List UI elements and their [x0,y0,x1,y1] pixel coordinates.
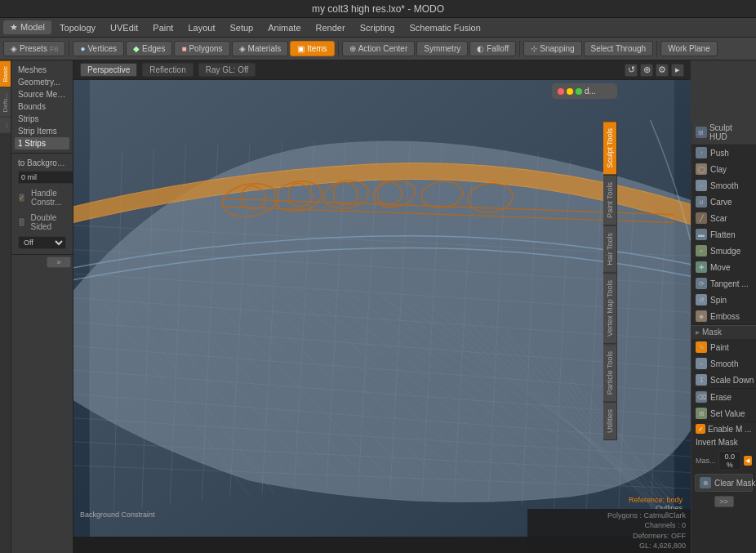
sculpt-btn-carve[interactable]: ∪ Carve [692,194,756,210]
toolbar-action-center[interactable]: ⊕ Action Center [342,41,416,56]
sidebar-source-meshes[interactable]: Source Meshes [15,88,69,100]
toolbar-work-plane[interactable]: Work Plane [660,41,718,56]
mask-smooth-icon: ~ [696,358,707,369]
toolbar-edges[interactable]: ◆ Edges [126,41,172,56]
sculpt-btn-move[interactable]: ✚ Move [692,259,756,275]
hud-dot-red[interactable] [558,88,564,95]
push-icon: ↑ [696,147,707,158]
menu-setup[interactable]: Setup [223,21,260,34]
viewport-expand-btn[interactable]: ▸ [671,64,684,77]
window-title: my colt3 high res.lxo* - MODO [312,3,444,15]
sculpt-btn-flatten[interactable]: ▬ Flatten [692,226,756,243]
toolbar-symmetry[interactable]: Symmetry [416,41,468,56]
mas-value: 0.0 % [718,451,741,470]
sculpt-hud-icon: ⊞ [696,127,707,138]
menu-layout[interactable]: Layout [181,21,221,34]
sidebar-strip-items[interactable]: Strip Items [15,125,69,137]
mask-scale-icon: ↧ [696,374,707,386]
sidebar-expand-btn[interactable]: » [47,256,71,268]
sculpt-btn-spin[interactable]: ↺ Spin [692,292,756,308]
left-vtab-defo[interactable]: Defo... [0,87,11,118]
viewport-tab-reflection[interactable]: Reflection [142,63,193,77]
tangent-icon: ⟳ [696,278,707,289]
enable-mask-checkbox[interactable]: ✓ [696,424,705,434]
mas-label: Mas... [696,457,716,465]
viewport-zoom-btn[interactable]: ⊕ [640,64,653,77]
menu-animate[interactable]: Animate [261,21,307,34]
sculpt-btn-smooth[interactable]: ~ Smooth [692,177,756,194]
menu-schematic[interactable]: Schematic Fusion [402,21,487,34]
expand-more-btn[interactable]: >> [714,496,734,507]
toolbar-vertices[interactable]: ● Vertices [73,41,124,56]
sidebar-geometry[interactable]: Geometry... [15,76,69,88]
erase-tools-section: ⌫ Erase ⊞ Set Value [692,389,756,422]
mask-btn-smooth[interactable]: ~ Smooth [692,355,756,372]
hud-dot-yellow[interactable] [567,88,573,95]
menu-topology[interactable]: Topology [53,21,102,34]
right-vtab-particle[interactable]: Particle Tools [603,344,617,402]
sidebar-meshes[interactable]: Meshes [15,64,69,76]
viewport-settings-btn[interactable]: ⚙ [656,64,669,77]
expand-section: >> [692,493,756,510]
right-vtab-hair[interactable]: Hair Tools [603,225,617,273]
right-vtab-paint[interactable]: Paint Tools [603,175,617,225]
sculpt-btn-push[interactable]: ↑ Push [692,145,756,161]
right-vtab-sculpt[interactable]: Sculpt Tools [603,121,617,175]
sidebar-dropdown[interactable]: Off [18,236,66,249]
invert-mask-btn[interactable]: Invert Mask [692,435,756,449]
clear-mask-btn[interactable]: ⊗ Clear Mask [695,474,753,492]
sculpt-btn-tangent[interactable]: ⟳ Tangent ... [692,275,756,292]
viewport-tab-raygl[interactable]: Ray GL: Off [198,63,256,77]
sidebar-bounds[interactable]: Bounds [15,100,69,113]
menu-scripting[interactable]: Scripting [354,21,402,34]
mas-slider-btn[interactable]: ◀ [744,456,752,466]
toolbar-polygons[interactable]: ■ Polygons [174,41,229,56]
viewport-rotate-btn[interactable]: ↺ [625,64,638,77]
sidebar-dropdown-row: Off [15,234,69,251]
menu-bar: ★ Model Topology UVEdit Paint Layout Set… [0,18,756,38]
menu-uvedit[interactable]: UVEdit [104,21,145,34]
sculpt-btn-scar[interactable]: ╱ Scar [692,210,756,226]
sep-1 [69,41,69,57]
menu-render[interactable]: Render [309,21,352,34]
sidebar-to-background[interactable]: to Background [15,157,69,169]
carve-icon: ∪ [696,196,707,207]
viewport-tab-perspective[interactable]: Perspective [80,63,137,77]
sidebar-double-sided-checkbox[interactable] [18,217,25,227]
sculpt-btn-clay[interactable]: ◯ Clay [692,161,756,177]
toolbar-snapping[interactable]: ⊹ Snapping [523,41,581,56]
sidebar-strips-item[interactable]: Strips [15,113,69,125]
left-vtab-basic[interactable]: Basic [0,60,11,87]
toolbar-materials[interactable]: ◈ Materials [232,41,289,56]
viewport-canvas[interactable]: Background Constraint [73,80,691,537]
left-vtab-container: Basic Defo... ... [0,60,11,553]
items-icon: ▣ [297,44,305,53]
sep-4 [656,41,657,57]
hud-dot-green[interactable] [576,88,582,95]
left-vtab-extra[interactable]: ... [0,117,11,133]
toolbar: ◈ Presets F6 ● Vertices ◆ Edges ■ Polygo… [0,38,756,60]
toolbar-items[interactable]: ▣ Items [290,41,334,56]
sculpt-hud: d... [552,83,617,99]
menu-paint[interactable]: Paint [146,21,180,34]
sidebar-double-sided-row: Double Sided [15,210,69,234]
mask-btn-erase[interactable]: ⌫ Erase [692,389,756,405]
sculpt-btn-emboss[interactable]: ◈ Emboss [692,308,756,324]
sidebar-mil-input[interactable] [18,171,73,184]
sidebar-all-strips[interactable]: 1 Strips [15,137,69,149]
mask-btn-set-value[interactable]: ⊞ Set Value [692,405,756,421]
sidebar-handle-checkbox[interactable]: ✓ [18,193,25,203]
mask-btn-paint[interactable]: ✎ Paint [692,339,756,355]
sculpt-hud-btn[interactable]: ⊞ Sculpt HUD [692,121,756,145]
sep-3 [519,41,520,57]
menu-model[interactable]: ★ Model [3,20,51,34]
toolbar-falloff[interactable]: ◐ Falloff [469,41,516,56]
right-vtab-vertex-map[interactable]: Vertex Map Tools [603,273,617,344]
right-vtab-utilities[interactable]: Utilities [603,402,617,440]
mask-btn-scale-down[interactable]: ↧ Scale Down [692,372,756,388]
viewport: Perspective Reflection Ray GL: Off ↺ ⊕ ⚙… [73,60,691,553]
toolbar-presets[interactable]: ◈ Presets F6 [3,41,65,56]
sidebar-value-row: ▾ [15,169,69,185]
sculpt-btn-smudge[interactable]: ≈ Smudge [692,243,756,259]
toolbar-select-through[interactable]: Select Through [584,41,654,56]
